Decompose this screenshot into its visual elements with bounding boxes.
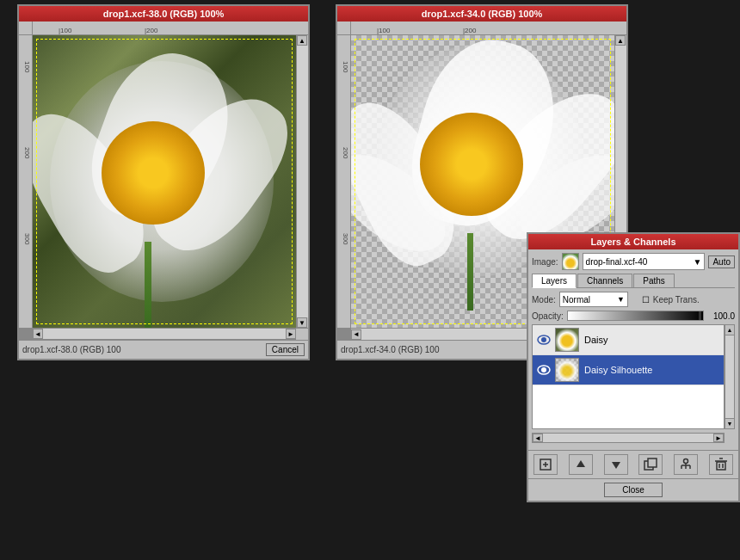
- opacity-value: 100.0: [707, 311, 735, 321]
- anchor-layer-button[interactable]: [674, 454, 698, 475]
- ruler-num: 100: [342, 61, 349, 72]
- duplicate-layer-button[interactable]: [638, 454, 663, 475]
- mode-row: Mode: Normal ▼ ☐ Keep Trans.: [532, 292, 735, 307]
- keep-trans-checkbox[interactable]: ☐: [642, 295, 650, 305]
- image-selector[interactable]: drop-final.xcf-40 ▼: [583, 253, 706, 270]
- tab-paths[interactable]: Paths: [633, 274, 675, 287]
- scroll-left-1[interactable]: ◄: [33, 329, 43, 339]
- mode-value: Normal: [563, 295, 590, 305]
- visibility-icon-daisy[interactable]: [535, 331, 552, 348]
- ruler-tick: |100: [59, 27, 71, 34]
- ruler-num: 200: [342, 147, 349, 158]
- scroll-down-1[interactable]: ▼: [297, 317, 307, 328]
- ruler-vtick: 200: [23, 147, 31, 158]
- window1-footer-text: drop1.xcf-38.0 (RGB) 100: [22, 345, 121, 354]
- layer-scroll-up[interactable]: ▲: [725, 325, 734, 335]
- mode-selector[interactable]: Normal ▼: [559, 292, 628, 307]
- scroll-left-2[interactable]: ◄: [351, 329, 361, 340]
- window2-footer-text: drop1.xcf-34.0 (RGB) 100: [341, 345, 440, 354]
- svg-marker-7: [577, 460, 585, 467]
- ruler-vtick: 100: [23, 61, 31, 72]
- window1-titlebar: drop1.xcf-38.0 (RGB) 100%: [19, 6, 308, 22]
- visibility-icon-silhouette[interactable]: [535, 361, 552, 378]
- hscroll-left[interactable]: ◄: [533, 434, 543, 442]
- move-layer-up-button[interactable]: [569, 454, 593, 475]
- auto-button[interactable]: Auto: [708, 255, 735, 268]
- ruler-vtick: 300: [23, 233, 31, 244]
- layer-item-daisy[interactable]: Daisy: [533, 325, 724, 355]
- layer-thumb-daisy: [555, 328, 579, 352]
- tabs-row: Layers Channels Paths: [532, 274, 735, 288]
- canvas-1: [33, 35, 296, 328]
- layer-thumb-silhouette: [555, 358, 579, 382]
- image-selector-text: drop-final.xcf-40: [586, 257, 648, 267]
- svg-marker-8: [612, 462, 620, 469]
- tab-channels[interactable]: Channels: [577, 274, 632, 287]
- opacity-row: Opacity: 100.0: [532, 311, 735, 321]
- scroll-up-2[interactable]: ▲: [615, 35, 626, 46]
- image-label: Image:: [532, 257, 558, 267]
- layer-scroll-down[interactable]: ▼: [725, 418, 734, 428]
- window1-title: drop1.xcf-38.0 (RGB) 100%: [103, 9, 225, 19]
- svg-rect-16: [717, 462, 725, 470]
- move-layer-down-button[interactable]: [604, 454, 628, 475]
- new-layer-button[interactable]: [533, 454, 558, 475]
- svg-rect-10: [648, 458, 657, 467]
- layer-list-empty: [533, 385, 724, 428]
- opacity-label: Opacity:: [532, 311, 564, 321]
- window1-footer: drop1.xcf-38.0 (RGB) 100 Cancel: [19, 340, 308, 359]
- opacity-slider[interactable]: [567, 311, 704, 321]
- layer-name-silhouette: Daisy Silhouette: [582, 365, 653, 375]
- panel-toolbar: [528, 450, 738, 478]
- panel-titlebar: Layers & Channels: [528, 234, 738, 249]
- svg-point-11: [683, 459, 688, 464]
- layer-list: Daisy Daisy Silhouette: [532, 324, 725, 429]
- ruler-tick: |200: [463, 27, 476, 34]
- close-button[interactable]: Close: [604, 483, 663, 497]
- ruler-num: 300: [342, 233, 349, 244]
- layer-hscrollbar: ◄ ►: [532, 433, 725, 443]
- window2-title: drop1.xcf-34.0 (RGB) 100%: [422, 9, 543, 19]
- keep-trans-label: Keep Trans.: [653, 295, 700, 305]
- layer-list-container: Daisy Daisy Silhouette: [532, 324, 735, 429]
- cancel-button-1[interactable]: Cancel: [266, 343, 305, 356]
- layer-scrollbar: ▲ ▼: [725, 324, 735, 429]
- ruler-tick: |100: [377, 27, 390, 34]
- svg-point-1: [541, 337, 546, 342]
- delete-layer-button[interactable]: [709, 454, 733, 475]
- tab-layers[interactable]: Layers: [532, 274, 577, 288]
- image-thumbnail: [562, 253, 579, 270]
- scroll-up-1[interactable]: ▲: [297, 35, 307, 46]
- close-row: Close: [528, 478, 738, 501]
- scroll-right-1[interactable]: ►: [286, 329, 296, 339]
- mode-label: Mode:: [532, 295, 556, 305]
- ruler-tick: |200: [145, 27, 157, 34]
- image-window-1: drop1.xcf-38.0 (RGB) 100% |100 |200 100 …: [17, 4, 310, 360]
- panel-title: Layers & Channels: [590, 237, 675, 247]
- mode-arrow-icon: ▼: [617, 295, 625, 304]
- svg-point-3: [541, 367, 546, 372]
- layer-item-daisy-silhouette[interactable]: Daisy Silhouette: [533, 355, 724, 385]
- layers-panel: Layers & Channels Image: drop-final.xcf-…: [527, 232, 740, 502]
- hscroll-track[interactable]: [543, 434, 713, 442]
- image-row: Image: drop-final.xcf-40 ▼ Auto: [532, 253, 735, 270]
- hscroll-right[interactable]: ►: [713, 434, 724, 442]
- dropdown-arrow-icon: ▼: [694, 257, 702, 267]
- window2-titlebar: drop1.xcf-34.0 (RGB) 100%: [337, 6, 626, 22]
- layer-name-daisy: Daisy: [582, 335, 608, 345]
